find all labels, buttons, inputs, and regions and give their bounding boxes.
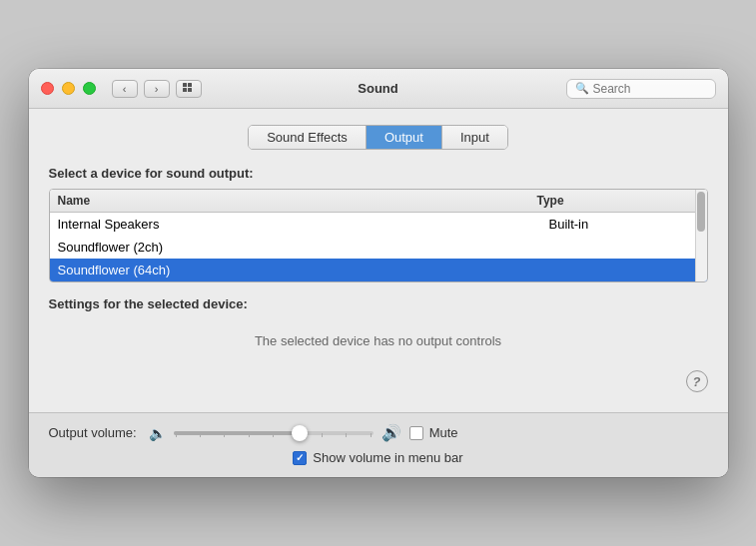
device-name: Soundflower (2ch) <box>58 240 549 255</box>
tick <box>176 433 177 437</box>
device-type: Built-in <box>549 217 699 232</box>
tick <box>371 433 372 437</box>
close-button[interactable] <box>41 82 54 95</box>
col-type-header: Type <box>537 194 687 208</box>
scrollbar-track[interactable] <box>695 190 707 281</box>
tab-sound-effects[interactable]: Sound Effects <box>249 126 367 149</box>
svg-rect-2 <box>183 88 187 92</box>
titlebar: ‹ › Sound 🔍 <box>29 69 728 109</box>
search-input[interactable] <box>593 82 707 96</box>
minimize-button[interactable] <box>62 82 75 95</box>
device-table: Name Type Internal Speakers Built-in Sou… <box>49 189 708 282</box>
search-icon: 🔍 <box>575 82 589 95</box>
show-volume-checkbox[interactable] <box>293 451 307 465</box>
mute-label: Mute <box>429 425 458 440</box>
slider-ticks <box>174 433 374 437</box>
show-volume-label: Show volume in menu bar <box>313 450 462 465</box>
table-row-selected[interactable]: Soundflower (64ch) <box>50 259 707 281</box>
mute-checkbox[interactable] <box>409 426 423 440</box>
volume-slider-container[interactable] <box>174 424 374 442</box>
slider-thumb[interactable] <box>292 425 308 441</box>
tab-input[interactable]: Input <box>442 126 507 149</box>
svg-rect-3 <box>188 88 192 92</box>
tick <box>224 433 225 437</box>
col-name-header: Name <box>58 194 537 208</box>
maximize-button[interactable] <box>83 82 96 95</box>
settings-label: Settings for the selected device: <box>49 296 708 311</box>
traffic-lights <box>41 82 96 95</box>
device-name: Internal Speakers <box>58 217 549 232</box>
content-area: Sound Effects Output Input Select a devi… <box>29 109 728 412</box>
nav-buttons: ‹ › <box>112 80 170 98</box>
forward-button[interactable]: › <box>144 80 170 98</box>
section-label: Select a device for sound output: <box>49 166 708 181</box>
main-window: ‹ › Sound 🔍 Sound Effects Output Input <box>29 69 728 477</box>
svg-rect-1 <box>188 83 192 87</box>
tick <box>273 433 274 437</box>
back-button[interactable]: ‹ <box>112 80 138 98</box>
settings-section: Settings for the selected device: The se… <box>49 296 708 392</box>
device-name: Soundflower (64ch) <box>58 263 549 277</box>
help-button[interactable]: ? <box>686 370 708 392</box>
volume-label: Output volume: <box>49 425 137 440</box>
help-btn-row: ? <box>49 370 708 392</box>
volume-high-icon: 🔊 <box>381 423 401 442</box>
svg-rect-0 <box>183 83 187 87</box>
window-title: Sound <box>358 81 397 96</box>
volume-low-icon: 🔈 <box>149 425 166 441</box>
bottom-bar: Output volume: 🔈 <box>29 412 728 477</box>
tick <box>200 433 201 437</box>
no-controls-message: The selected device has no output contro… <box>49 319 708 362</box>
search-box[interactable]: 🔍 <box>566 79 716 99</box>
grid-button[interactable] <box>176 80 202 98</box>
tabs-container: Sound Effects Output Input <box>49 125 708 150</box>
table-body: Internal Speakers Built-in Soundflower (… <box>50 213 707 281</box>
volume-row: Output volume: 🔈 <box>49 423 708 442</box>
table-header: Name Type <box>50 190 707 213</box>
show-volume-checkbox-wrapper[interactable]: Show volume in menu bar <box>293 450 462 465</box>
tick <box>346 433 347 437</box>
tick <box>249 433 250 437</box>
tab-group: Sound Effects Output Input <box>248 125 508 150</box>
scrollbar-thumb[interactable] <box>697 192 705 232</box>
table-row[interactable]: Internal Speakers Built-in <box>50 213 707 236</box>
table-row[interactable]: Soundflower (2ch) <box>50 236 707 259</box>
mute-checkbox-wrapper[interactable]: Mute <box>409 425 458 440</box>
slider-track <box>174 431 374 435</box>
menu-bar-row: Show volume in menu bar <box>49 450 708 465</box>
tab-output[interactable]: Output <box>367 126 442 149</box>
tick <box>322 433 323 437</box>
